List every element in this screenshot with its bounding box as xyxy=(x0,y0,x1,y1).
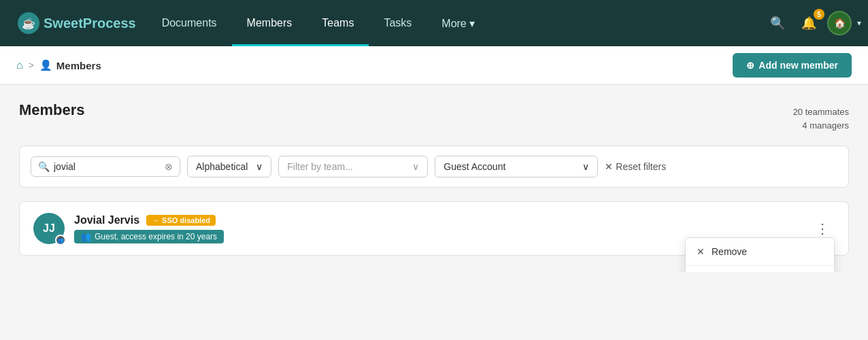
members-header: Members 20 teammates 4 managers xyxy=(19,101,849,132)
sso-label: SSO disabled xyxy=(162,216,210,224)
guest-chevron: ∨ xyxy=(582,161,589,172)
nav-items: Documents Members Teams Tasks More ▾ xyxy=(147,0,490,46)
search-input[interactable] xyxy=(54,161,135,172)
managers-count: 4 managers xyxy=(793,119,849,133)
add-member-button[interactable]: ⊕ Add new member xyxy=(733,53,852,78)
search-box: 🔍 ⊗ xyxy=(31,156,180,177)
sort-chevron: ∨ xyxy=(256,161,263,172)
sso-icon: → xyxy=(152,216,159,224)
filter-bar: 🔍 ⊗ Alphabetical ∨ Filter by team... ∨ G… xyxy=(19,146,849,188)
main-content: Members 20 teammates 4 managers 🔍 ⊗ Alph… xyxy=(0,85,868,272)
breadcrumb-current: 👤 Members xyxy=(39,59,101,71)
breadcrumb: ⌂ > 👤 Members xyxy=(16,59,101,71)
search-button[interactable]: 🔍 xyxy=(765,10,790,36)
member-avatar: JJ 👥 xyxy=(33,213,65,244)
avatar-badge: 👥 xyxy=(55,235,66,245)
guest-label: Guest, access expires in 20 years xyxy=(95,232,217,241)
notification-count: 5 xyxy=(814,9,824,20)
members-icon: 👤 xyxy=(39,59,52,71)
add-icon: ⊕ xyxy=(746,60,754,71)
sso-badge: → SSO disabled xyxy=(146,215,216,226)
notification-bell[interactable]: 🔔 5 xyxy=(796,10,822,36)
avatar-initials: JJ xyxy=(43,222,55,235)
members-title: Members xyxy=(19,101,85,119)
more-icon: ⋮ xyxy=(816,220,829,237)
search-icon: 🔍 xyxy=(38,161,50,172)
brand-logo[interactable]: ☕ SweetProcess xyxy=(7,0,147,46)
member-name: Jovial Jervis xyxy=(74,214,139,226)
brand-icon: ☕ xyxy=(18,12,39,34)
brand-name: SweetProcess xyxy=(44,16,136,31)
guest-label: Guest Account xyxy=(444,161,505,172)
nav-item-members[interactable]: Members xyxy=(232,0,307,46)
remove-icon: ✕ xyxy=(697,246,705,257)
home-breadcrumb[interactable]: ⌂ xyxy=(16,59,23,71)
nav-right: 🔍 🔔 5 🏠 ▾ xyxy=(765,0,861,46)
user-avatar[interactable]: 🏠 xyxy=(827,11,852,35)
team-filter-dropdown[interactable]: Filter by team... ∨ xyxy=(278,156,428,177)
teammates-count: 20 teammates xyxy=(793,105,849,119)
reset-label: Reset filters xyxy=(616,161,666,172)
guest-filter-dropdown[interactable]: Guest Account ∨ xyxy=(435,156,598,177)
members-stats: 20 teammates 4 managers xyxy=(793,105,849,132)
context-menu: ✕ Remove ⏱ Update access expiry xyxy=(685,237,835,272)
reset-filters-button[interactable]: ✕ Reset filters xyxy=(605,161,666,172)
sort-dropdown[interactable]: Alphabetical ∨ xyxy=(187,156,271,177)
team-chevron: ∨ xyxy=(412,161,419,172)
breadcrumb-separator: > xyxy=(29,60,34,71)
sort-label: Alphabetical xyxy=(196,161,248,172)
breadcrumb-label: Members xyxy=(56,60,101,71)
remove-label: Remove xyxy=(712,246,747,257)
guest-badge: 👥 Guest, access expires in 20 years xyxy=(74,230,224,243)
clear-search-icon[interactable]: ⊗ xyxy=(165,161,173,172)
member-row: JJ 👥 Jovial Jervis → SSO disabled 👥 Gues… xyxy=(19,201,849,256)
guest-icon: 👥 xyxy=(81,232,91,241)
nav-item-tasks[interactable]: Tasks xyxy=(369,0,427,46)
avatar-chevron[interactable]: ▾ xyxy=(857,18,861,28)
breadcrumb-bar: ⌂ > 👤 Members ⊕ Add new member xyxy=(0,46,868,85)
nav-item-documents[interactable]: Documents xyxy=(147,0,232,46)
remove-menu-item[interactable]: ✕ Remove xyxy=(686,238,834,266)
member-actions-button[interactable]: ⋮ xyxy=(810,218,835,239)
team-placeholder: Filter by team... xyxy=(287,161,352,172)
top-nav: ☕ SweetProcess Documents Members Teams T… xyxy=(0,0,868,46)
member-info: Jovial Jervis → SSO disabled 👥 Guest, ac… xyxy=(74,214,224,243)
nav-item-teams[interactable]: Teams xyxy=(307,0,369,46)
update-expiry-menu-item[interactable]: ⏱ Update access expiry xyxy=(686,266,834,272)
member-name-row: Jovial Jervis → SSO disabled xyxy=(74,214,224,226)
add-label: Add new member xyxy=(758,60,838,71)
member-left: JJ 👥 Jovial Jervis → SSO disabled 👥 Gues… xyxy=(33,213,224,244)
reset-icon: ✕ xyxy=(605,161,613,172)
nav-item-more[interactable]: More ▾ xyxy=(427,0,490,46)
